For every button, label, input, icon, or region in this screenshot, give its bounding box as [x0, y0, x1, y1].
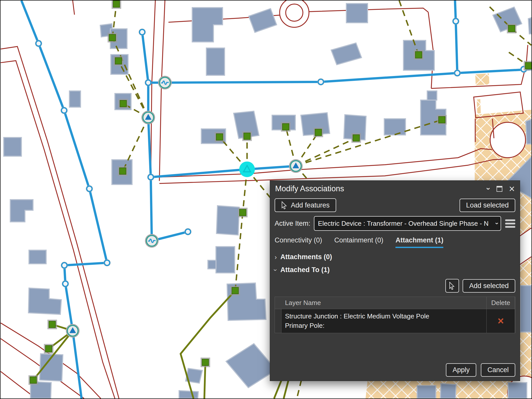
attached-to-table: Layer Name Delete Structure Junction : E… — [275, 297, 515, 333]
service-point[interactable] — [118, 99, 128, 108]
cancel-button[interactable]: Cancel — [481, 363, 515, 377]
service-point[interactable] — [351, 133, 361, 143]
menu-icon[interactable] — [505, 219, 515, 228]
active-item-dropdown[interactable]: Electric Device : Transformer - Overhead… — [314, 216, 501, 231]
delete-row-button[interactable]: × — [487, 309, 515, 333]
add-selected-button[interactable]: Add selected — [463, 279, 515, 293]
junction-vertex[interactable] — [61, 107, 68, 114]
junction-vertex[interactable] — [184, 228, 192, 235]
terminal-value: Primary Pole: — [285, 321, 483, 330]
electric-line[interactable] — [142, 32, 151, 177]
transformer-symbol[interactable] — [66, 324, 80, 338]
attachment-association-line[interactable] — [296, 138, 356, 166]
building — [417, 386, 436, 398]
active-item-label: Active Item: — [275, 220, 310, 227]
service-point[interactable] — [108, 33, 117, 43]
service-point[interactable] — [314, 128, 323, 137]
tab-connectivity[interactable]: Connectivity (0) — [275, 236, 322, 248]
building — [69, 91, 81, 107]
apply-button[interactable]: Apply — [446, 363, 476, 377]
selector-column-header — [275, 297, 282, 309]
junction-vertex[interactable] — [62, 280, 69, 287]
layer-name-value: Structure Junction : Electric Medium Vol… — [285, 312, 483, 321]
service-point[interactable] — [114, 56, 123, 66]
electric-line[interactable] — [148, 69, 531, 83]
table-row[interactable]: Structure Junction : Electric Medium Vol… — [281, 309, 487, 333]
tab-attachment[interactable]: Attachment (1) — [395, 236, 443, 248]
electric-line[interactable] — [151, 177, 152, 241]
building — [226, 344, 276, 388]
service-line[interactable] — [204, 362, 205, 398]
wave-symbol[interactable] — [145, 234, 159, 248]
load-selected-button[interactable]: Load selected — [460, 199, 515, 212]
junction-vertex[interactable] — [145, 79, 152, 86]
building — [28, 288, 61, 314]
attachments-expander[interactable]: › Attachments (0) — [275, 253, 515, 261]
junction-vertex[interactable] — [317, 78, 324, 85]
service-point[interactable] — [118, 166, 127, 176]
electric-line[interactable] — [455, 1, 457, 73]
junction-vertex[interactable] — [35, 40, 42, 47]
collapse-dialog-icon[interactable]: › — [485, 187, 492, 190]
row-selector-cell[interactable] — [275, 309, 281, 333]
service-point[interactable] — [112, 1, 121, 9]
service-point[interactable] — [414, 50, 424, 60]
roundabout — [286, 4, 303, 21]
service-point[interactable] — [201, 357, 210, 367]
chevron-down-icon: › — [494, 222, 500, 224]
service-point[interactable] — [230, 286, 240, 295]
service-line[interactable] — [274, 379, 282, 398]
service-point[interactable] — [507, 24, 517, 33]
add-features-button[interactable]: Add features — [275, 198, 336, 212]
junction-vertex[interactable] — [454, 69, 461, 77]
road-centerline — [309, 8, 428, 12]
junction-vertex[interactable] — [139, 29, 146, 36]
service-point[interactable] — [242, 131, 252, 141]
building — [427, 91, 437, 100]
attached-to-expander[interactable]: › Attached To (1) — [275, 266, 515, 274]
transformer-symbol[interactable] — [141, 111, 155, 124]
transformer-symbol[interactable] — [289, 159, 303, 173]
service-point[interactable] — [44, 344, 53, 354]
service-point[interactable] — [281, 122, 291, 132]
attachment-association-line[interactable] — [297, 380, 301, 398]
building — [528, 18, 531, 34]
electric-line[interactable] — [21, 1, 107, 263]
selected-transformer-symbol[interactable] — [239, 161, 255, 177]
building — [508, 383, 527, 398]
junction-vertex[interactable] — [61, 262, 68, 269]
junction-vertex[interactable] — [452, 18, 459, 25]
select-tool-button[interactable] — [445, 279, 459, 293]
junction-vertex[interactable] — [86, 185, 93, 192]
tab-containment[interactable]: Containment (0) — [334, 236, 384, 248]
building — [520, 286, 531, 332]
service-point[interactable] — [524, 61, 531, 70]
service-line[interactable] — [284, 379, 289, 398]
close-icon[interactable]: × — [509, 184, 515, 194]
modify-associations-dialog: Modify Associations › × Add features Loa… — [270, 180, 520, 381]
service-point[interactable] — [238, 208, 248, 217]
building — [10, 200, 33, 222]
road-centerline — [1, 61, 115, 398]
service-point[interactable] — [28, 375, 38, 385]
road-centerline — [151, 1, 155, 177]
service-point[interactable] — [437, 115, 447, 125]
road-centerline — [159, 1, 165, 181]
dialog-titlebar: Modify Associations › × — [270, 181, 520, 197]
junction-vertex[interactable] — [147, 174, 154, 181]
maximize-icon[interactable] — [497, 186, 502, 192]
chevron-right-icon: › — [275, 254, 277, 260]
dialog-footer: Apply Cancel — [275, 363, 515, 377]
service-point[interactable] — [47, 320, 57, 329]
building — [440, 384, 456, 398]
service-point[interactable] — [215, 132, 224, 142]
building — [331, 43, 362, 65]
layer-name-column-header: Layer Name — [281, 297, 487, 309]
top-button-row: Add features Load selected — [275, 198, 515, 212]
junction-vertex[interactable] — [104, 259, 111, 266]
wave-symbol[interactable] — [158, 76, 172, 89]
pointer-icon — [281, 201, 288, 209]
building — [346, 4, 368, 23]
service-line[interactable] — [181, 291, 235, 398]
building — [4, 138, 22, 156]
